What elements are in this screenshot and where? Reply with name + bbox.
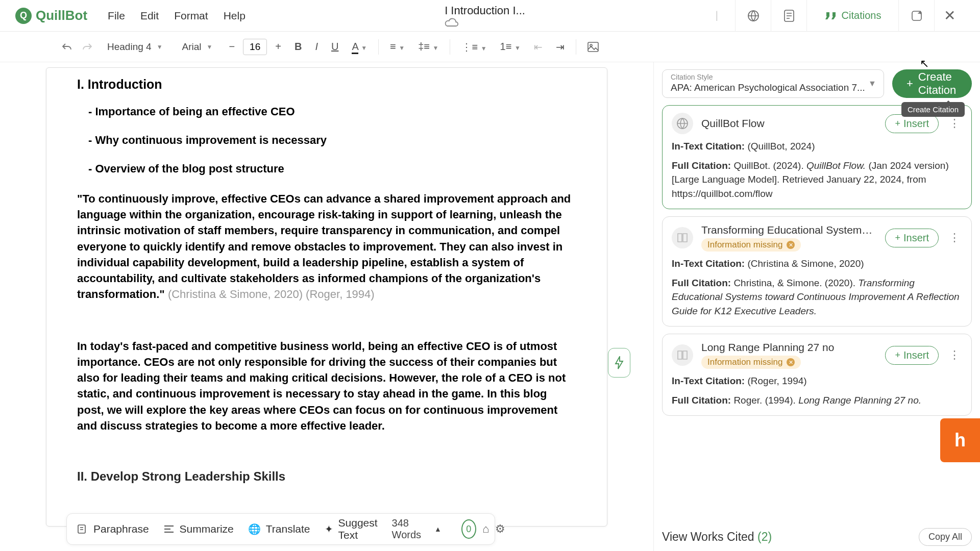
citation-title: QuillBot Flow	[701, 117, 877, 130]
citation-card[interactable]: Long Range Planning 27 no Information mi…	[662, 334, 972, 416]
chevron-up-icon[interactable]: ▲	[434, 525, 442, 533]
font-size-input[interactable]: 16	[243, 39, 267, 55]
svg-rect-3	[588, 42, 598, 52]
add-panel-icon[interactable]	[898, 0, 934, 32]
suggest-label: Suggest Text	[338, 517, 378, 541]
bullet-3: - Overview of the blog post structure	[88, 162, 576, 176]
align-button[interactable]: ≡ ▼	[388, 39, 407, 55]
quote-paragraph: "To continuously improve, effective CEOs…	[77, 191, 576, 303]
bold-button[interactable]: B	[292, 39, 304, 55]
create-citation-label: Create Citation	[918, 70, 958, 97]
word-count[interactable]: 348 Words	[392, 517, 428, 541]
insert-label: Insert	[903, 118, 929, 130]
chevron-down-icon: ▼	[433, 44, 439, 52]
summarize-button[interactable]: Summarize	[163, 523, 234, 535]
citation-title: Long Range Planning 27 no	[701, 341, 877, 354]
web-icon[interactable]	[735, 0, 771, 32]
insert-image-button[interactable]	[585, 40, 601, 54]
divider-icon[interactable]: │	[699, 0, 735, 32]
heading-intro: I. Introduction	[77, 77, 576, 92]
full-citation: Full Citation: QuillBot. (2024). QuillBo…	[672, 159, 962, 201]
menu-file[interactable]: File	[108, 10, 125, 22]
underline-button[interactable]: U	[329, 39, 340, 55]
more-icon[interactable]: ⋮	[947, 117, 962, 130]
chevron-down-icon: ▼	[481, 45, 487, 52]
plus-icon: +	[895, 118, 900, 129]
undo-button[interactable]	[61, 41, 72, 53]
full-citation: Full Citation: Roger. (1994). Long Range…	[672, 393, 962, 408]
bullet-list-button[interactable]: ⋮≡ ▼	[459, 39, 488, 55]
menu-help[interactable]: Help	[224, 10, 246, 22]
body-paragraph: In today's fast-paced and competitive bu…	[77, 338, 576, 434]
logo-icon: Q	[15, 8, 32, 24]
suggest-text-button[interactable]: ✦Suggest Text	[325, 517, 378, 541]
dismiss-icon[interactable]: ✕	[787, 241, 795, 249]
book-icon	[672, 227, 693, 248]
bullet-1: - Importance of being an effective CEO	[88, 105, 576, 118]
view-works-cited[interactable]: View Works Cited (2)	[662, 530, 772, 544]
indent-button[interactable]: ⇥	[554, 39, 567, 55]
citation-style-value: APA: American Psychological Association …	[671, 82, 875, 93]
plus-icon: +	[895, 233, 900, 243]
tooltip: Create Citation	[901, 102, 965, 117]
document-page[interactable]: I. Introduction - Importance of being an…	[46, 67, 607, 527]
paraphrase-button[interactable]: Paraphrase	[77, 523, 149, 535]
settings-icon[interactable]: ⚙	[495, 522, 505, 536]
insert-button[interactable]: +Insert	[885, 114, 939, 133]
info-missing-badge[interactable]: Information missing✕	[701, 356, 801, 369]
chevron-down-icon: ▼	[399, 44, 405, 52]
in-text-citation: In-Text Citation: (QuillBot, 2024)	[672, 139, 962, 154]
citation-card[interactable]: QuillBot Flow +Insert ⋮ In-Text Citation…	[662, 105, 972, 209]
translate-button[interactable]: 🌐Translate	[248, 523, 310, 535]
document-title[interactable]: I Introduction I...	[445, 4, 535, 28]
heading-2: II. Develop Strong Leadership Skills	[77, 469, 576, 484]
more-icon[interactable]: ⋮	[947, 348, 962, 362]
numbered-list-button[interactable]: 1≡ ▼	[498, 39, 523, 55]
citations-tab[interactable]: Citations	[806, 0, 898, 32]
redo-button[interactable]	[82, 41, 93, 53]
ai-assist-button[interactable]	[608, 348, 630, 378]
issues-badge[interactable]: 0	[461, 519, 476, 539]
copy-all-button[interactable]: Copy All	[919, 528, 972, 546]
italic-button[interactable]: I	[313, 39, 320, 55]
heading-value: Heading 4	[107, 41, 152, 53]
chevron-down-icon: ▼	[868, 79, 876, 88]
honey-extension-tab[interactable]: h	[940, 418, 980, 462]
formatting-toolbar: Heading 4▼ Arial▼ − 16 + B I U A ▼ ≡ ▼ ‡…	[0, 32, 980, 62]
menu-edit[interactable]: Edit	[140, 10, 159, 22]
line-spacing-button[interactable]: ‡≡ ▼	[416, 39, 440, 55]
book-icon[interactable]: ⌂	[482, 522, 489, 536]
plus-icon: +	[906, 77, 913, 90]
info-missing-badge[interactable]: Information missing✕	[701, 238, 801, 252]
more-icon[interactable]: ⋮	[947, 231, 962, 244]
plus-icon: +	[895, 350, 900, 361]
menu-format[interactable]: Format	[174, 10, 208, 22]
quote-text: "To continuously improve, effective CEOs…	[77, 192, 571, 300]
citation-title: Transforming Educational Systems tow...	[701, 224, 877, 236]
heading-select[interactable]: Heading 4▼	[102, 39, 168, 55]
chevron-down-icon: ▼	[207, 43, 213, 51]
full-citation: Full Citation: Christina, & Simone. (202…	[672, 276, 962, 318]
cursor-icon: ↖	[920, 57, 929, 70]
text-color-button[interactable]: A ▼	[350, 39, 369, 55]
citation-card[interactable]: Transforming Educational Systems tow... …	[662, 216, 972, 327]
font-select[interactable]: Arial▼	[177, 39, 218, 55]
create-citation-button[interactable]: + Create Citation	[892, 69, 972, 98]
insert-label: Insert	[903, 232, 929, 244]
chevron-down-icon: ▼	[157, 43, 163, 51]
inline-citation: (Christina & Simone, 2020) (Roger, 1994)	[168, 288, 375, 300]
close-button[interactable]: ✕	[934, 0, 965, 32]
svg-rect-5	[78, 525, 85, 533]
outdent-button[interactable]: ⇤	[532, 39, 545, 55]
menu-bar: Q QuillBot File Edit Format Help I Intro…	[0, 0, 980, 32]
insert-label: Insert	[903, 349, 929, 361]
insert-button[interactable]: +Insert	[885, 346, 939, 365]
logo[interactable]: Q QuillBot	[15, 8, 87, 24]
notes-icon[interactable]	[771, 0, 806, 32]
insert-button[interactable]: +Insert	[885, 229, 939, 247]
font-increase-button[interactable]: +	[273, 39, 283, 55]
cloud-sync-icon	[445, 17, 535, 28]
font-decrease-button[interactable]: −	[227, 39, 237, 55]
dismiss-icon[interactable]: ✕	[787, 358, 795, 366]
citation-style-select[interactable]: Citation Style APA: American Psychologic…	[662, 69, 884, 98]
